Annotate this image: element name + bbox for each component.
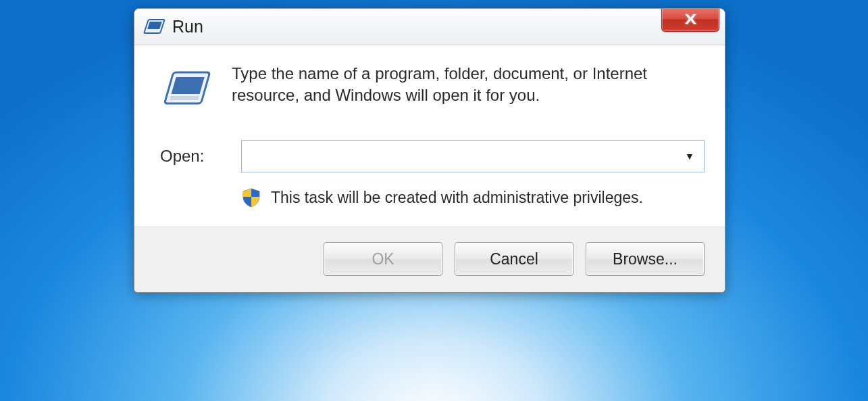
admin-privileges-note: This task will be created with administr…: [271, 189, 643, 207]
svg-rect-1: [147, 22, 162, 29]
svg-rect-4: [170, 96, 199, 100]
run-icon: [160, 67, 213, 113]
browse-button[interactable]: Browse...: [586, 242, 705, 276]
run-title-icon: [143, 17, 167, 37]
close-icon: X: [684, 11, 696, 28]
cancel-button[interactable]: Cancel: [455, 242, 573, 276]
dialog-body: Type the name of a program, folder, docu…: [134, 45, 725, 227]
dropdown-arrow-icon[interactable]: ▼: [675, 141, 704, 172]
dialog-footer: OK Cancel Browse...: [134, 227, 725, 292]
ok-button[interactable]: OK: [324, 242, 442, 276]
open-combobox[interactable]: ▼: [241, 140, 705, 172]
desktop-background: Run X Type the name of a program, folder…: [0, 0, 868, 401]
run-dialog: Run X Type the name of a program, folder…: [134, 8, 725, 293]
uac-shield-icon: [241, 187, 261, 208]
dialog-title: Run: [172, 17, 203, 37]
svg-rect-3: [172, 77, 205, 94]
open-input[interactable]: [242, 141, 675, 172]
open-label: Open:: [160, 147, 228, 166]
dialog-description: Type the name of a program, folder, docu…: [232, 63, 664, 107]
close-button[interactable]: X: [661, 8, 719, 32]
titlebar: Run X: [134, 9, 725, 45]
